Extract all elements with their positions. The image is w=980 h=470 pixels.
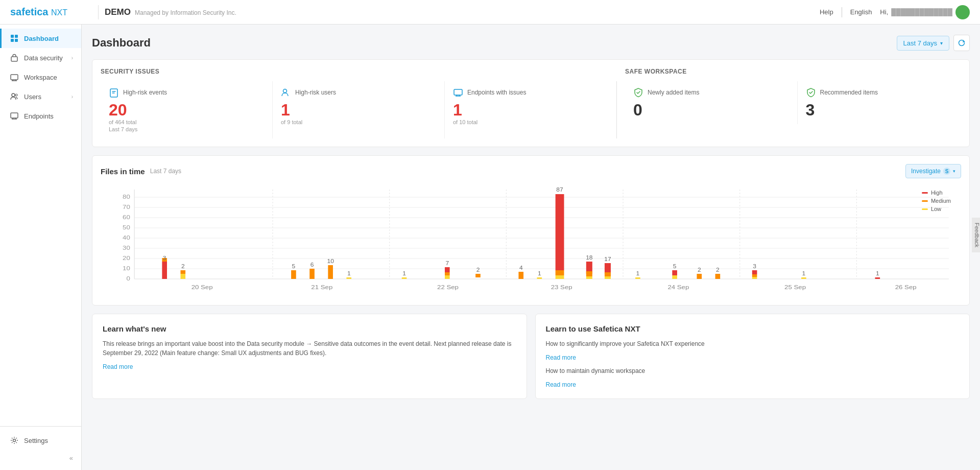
- security-issues-label: Security issues: [101, 68, 617, 75]
- svg-point-6: [12, 93, 15, 97]
- svg-text:0: 0: [126, 275, 130, 282]
- legend-low: Low: [922, 206, 951, 212]
- security-cards: High-risk events 20 of 464 total Last 7 …: [101, 81, 617, 138]
- svg-rect-88: [752, 270, 757, 274]
- sidebar-item-data-security[interactable]: Data security ›: [0, 48, 81, 67]
- page-title: Dashboard: [92, 36, 151, 50]
- svg-rect-49: [309, 269, 315, 279]
- svg-text:50: 50: [123, 224, 130, 231]
- time-filter-label: Last 7 days: [903, 39, 938, 47]
- svg-rect-41: [162, 262, 167, 279]
- chart-header: Files in time Last 7 days Investigate S …: [101, 164, 961, 178]
- learn-safetica-read-more-1[interactable]: Read more: [546, 354, 576, 361]
- users-card-icon: [281, 87, 291, 98]
- svg-text:20: 20: [123, 255, 130, 262]
- sidebar-bottom: Settings «: [0, 426, 81, 466]
- chart-legend: High Medium Low: [922, 190, 951, 212]
- svg-text:60: 60: [123, 214, 130, 221]
- svg-text:1: 1: [402, 271, 406, 276]
- medium-label: Medium: [931, 198, 951, 204]
- svg-rect-73: [586, 276, 592, 279]
- sidebar-settings-label: Settings: [24, 437, 48, 444]
- sidebar-workspace-label: Workspace: [24, 74, 57, 81]
- svg-point-12: [283, 89, 287, 93]
- svg-text:3: 3: [163, 255, 166, 261]
- time-filter-button[interactable]: Last 7 days ▾: [897, 36, 950, 51]
- newly-added-header: Newly added items: [633, 87, 789, 98]
- sidebar-item-settings[interactable]: Settings: [0, 431, 81, 450]
- svg-text:17: 17: [604, 256, 611, 262]
- bar-chart: 0 10 20 30 40 50 60 70 80: [101, 184, 961, 297]
- learn-safetica-title: Learn to use Safetica NXT: [546, 324, 960, 333]
- svg-text:87: 87: [556, 187, 563, 193]
- svg-rect-82: [672, 275, 677, 279]
- chart-title: Files in time: [101, 167, 145, 176]
- svg-text:1: 1: [538, 271, 541, 276]
- events-label: High-risk events: [123, 89, 167, 96]
- learn-new-section: Learn what's new This release brings an …: [92, 314, 527, 399]
- svg-rect-94: [875, 277, 880, 279]
- safetica-s-icon: S: [943, 167, 951, 175]
- sidebar-users-label: Users: [24, 93, 41, 101]
- investigate-button[interactable]: Investigate S ▾: [905, 164, 961, 178]
- topbar-divider-left: [98, 5, 99, 19]
- svg-text:26 Sep: 26 Sep: [895, 284, 917, 291]
- topbar: safetica NXT DEMO Managed by Information…: [0, 0, 980, 25]
- card-header-events: High-risk events: [109, 87, 264, 98]
- learn-new-read-more[interactable]: Read more: [103, 363, 133, 370]
- sidebar-dashboard-label: Dashboard: [24, 35, 59, 42]
- svg-text:22 Sep: 22 Sep: [437, 284, 459, 291]
- sidebar-item-workspace[interactable]: Workspace: [0, 67, 81, 87]
- sidebar-endpoints-label: Endpoints: [24, 112, 54, 120]
- svg-text:6: 6: [310, 262, 314, 268]
- svg-rect-59: [445, 275, 450, 279]
- settings-icon: [10, 436, 19, 445]
- svg-text:80: 80: [123, 194, 130, 200]
- events-sub1: of 464 total: [109, 119, 264, 125]
- svg-rect-92: [801, 277, 806, 279]
- feedback-tab[interactable]: Feedback: [972, 218, 980, 252]
- chart-section: Files in time Last 7 days Investigate S …: [92, 155, 970, 306]
- refresh-icon: [958, 39, 966, 47]
- endpoints-icon: [10, 111, 19, 121]
- svg-text:40: 40: [123, 234, 130, 241]
- svg-rect-45: [180, 274, 185, 279]
- sidebar-item-dashboard[interactable]: Dashboard: [0, 29, 81, 48]
- language-selector[interactable]: English: [850, 8, 872, 16]
- svg-rect-86: [715, 274, 721, 279]
- svg-text:30: 30: [123, 245, 130, 251]
- investigate-chevron: ▾: [953, 169, 955, 174]
- high-risk-users-card: High-risk users 1 of 9 total: [273, 81, 445, 138]
- users-arrow: ›: [71, 94, 73, 100]
- safe-workspace-section: Safe workspace Newly added items 0: [617, 68, 969, 138]
- sidebar-item-left: Data security: [10, 53, 63, 62]
- dashboard-header: Dashboard Last 7 days ▾: [92, 35, 970, 51]
- sidebar-item-users[interactable]: Users ›: [0, 87, 81, 106]
- help-link[interactable]: Help: [820, 8, 833, 16]
- svg-text:24 Sep: 24 Sep: [667, 284, 689, 291]
- endpoints-issues-card: Endpoints with issues 1 of 10 total: [445, 81, 617, 138]
- learn-safetica-read-more-2[interactable]: Read more: [546, 381, 576, 388]
- endpoints-sub1: of 10 total: [453, 119, 608, 125]
- learn-new-title: Learn what's new: [103, 324, 516, 333]
- svg-text:25 Sep: 25 Sep: [784, 284, 806, 291]
- header-right: Last 7 days ▾: [897, 35, 970, 51]
- learn-safetica-item1: How to significantly improve your Safeti…: [546, 339, 960, 348]
- svg-rect-55: [402, 277, 407, 279]
- svg-text:20 Sep: 20 Sep: [192, 284, 213, 291]
- sidebar-collapse-btn[interactable]: «: [0, 450, 81, 466]
- sidebar-item-endpoints[interactable]: Endpoints: [0, 106, 81, 126]
- svg-text:1: 1: [347, 271, 351, 276]
- svg-text:23 Sep: 23 Sep: [551, 284, 572, 291]
- chart-period: Last 7 days: [150, 168, 181, 175]
- refresh-button[interactable]: [953, 35, 970, 51]
- svg-text:2: 2: [476, 267, 480, 273]
- svg-text:S: S: [945, 169, 949, 174]
- svg-text:70: 70: [123, 204, 130, 210]
- endpoints-card-label: Endpoints with issues: [467, 89, 526, 96]
- svg-rect-53: [346, 277, 351, 279]
- logo: safetica NXT: [10, 6, 92, 18]
- svg-rect-8: [11, 113, 18, 118]
- recommended-header: Recommended items: [806, 87, 962, 98]
- svg-rect-2: [11, 39, 14, 42]
